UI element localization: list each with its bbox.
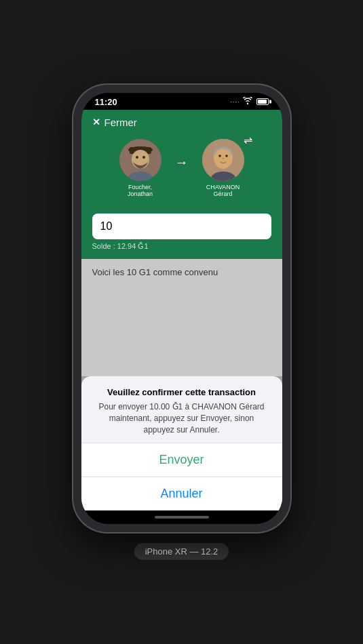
send-button[interactable]: Envoyer xyxy=(81,443,282,477)
transfer-row: Foucher, Jonathan → xyxy=(92,136,271,203)
close-label: Fermer xyxy=(104,117,137,128)
sender-avatar xyxy=(119,139,161,181)
receiver-container: ⇌ CHAVANON Gérard xyxy=(199,139,247,197)
receiver-name: CHAVANON Gérard xyxy=(199,184,247,197)
svg-point-9 xyxy=(218,155,221,157)
phone-screen: 11:20 ···· xyxy=(81,93,282,524)
home-bar xyxy=(155,516,209,519)
confirm-dialog-overlay: Veuillez confirmer cette transaction Pou… xyxy=(81,376,282,510)
svg-point-4 xyxy=(136,156,138,159)
dialog-content: Veuillez confirmer cette transaction Pou… xyxy=(81,376,282,443)
svg-point-5 xyxy=(142,156,145,159)
screen-content: ✕ Fermer xyxy=(81,110,282,510)
amount-section: 10 Solde : 12.94 Ḡ1 xyxy=(81,214,282,259)
cancel-button[interactable]: Annuler xyxy=(81,477,282,510)
balance-label: Solde : 12.94 Ḡ1 xyxy=(92,242,271,251)
receiver-avatar xyxy=(202,139,244,181)
sender-name: Foucher, Jonathan xyxy=(117,184,164,197)
device-label: iPhone XR — 12.2 xyxy=(134,543,229,560)
confirm-dialog: Veuillez confirmer cette transaction Pou… xyxy=(81,376,282,510)
sender-container: Foucher, Jonathan xyxy=(117,139,164,197)
amount-input[interactable]: 10 xyxy=(92,214,271,239)
signal-icon: ···· xyxy=(230,98,240,105)
wifi-icon xyxy=(243,97,252,106)
close-x-icon: ✕ xyxy=(92,117,100,127)
home-indicator xyxy=(81,510,282,524)
transfer-arrow-icon: → xyxy=(175,155,189,170)
message-text: Voici les 10 G1 comme convenu xyxy=(92,267,218,277)
dialog-body: Pour envoyer 10.00 Ḡ1 à CHAVANON Gérard … xyxy=(95,401,269,435)
shuffle-icon: ⇌ xyxy=(244,134,252,146)
phone-frame: 11:20 ···· xyxy=(73,85,290,532)
status-icons: ···· xyxy=(230,97,268,106)
dialog-title: Veuillez confirmer cette transaction xyxy=(95,387,269,397)
svg-point-10 xyxy=(225,155,228,157)
header-area: ✕ Fermer xyxy=(81,110,282,214)
battery-icon xyxy=(256,98,269,105)
status-time: 11:20 xyxy=(95,97,117,107)
close-button[interactable]: ✕ Fermer xyxy=(92,117,271,128)
status-bar: 11:20 ···· xyxy=(81,93,282,110)
